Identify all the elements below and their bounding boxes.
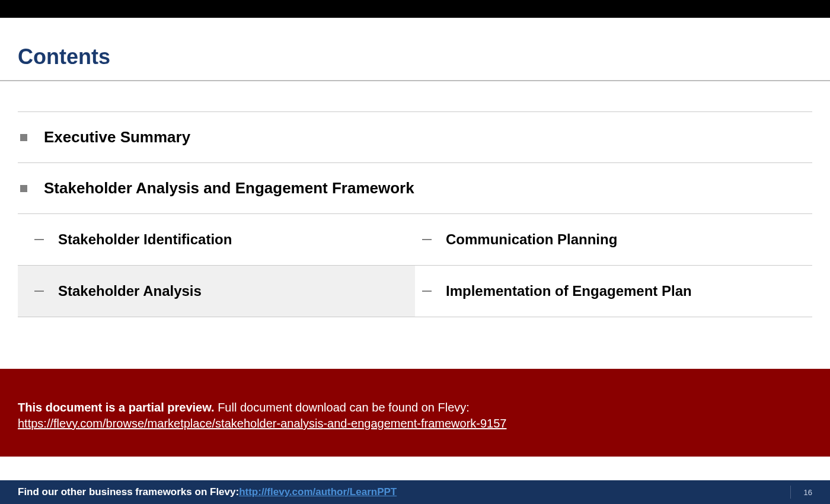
toc-sublabel: Stakeholder Analysis [58,283,202,299]
page-number: 16 [790,486,812,499]
toc-label: Executive Summary [44,128,190,146]
dash-bullet-icon [34,291,44,292]
preview-rest: Full document download can be found on F… [215,401,470,414]
toc-label: Stakeholder Analysis and Engagement Fram… [44,179,414,197]
toc-subrow-2: Stakeholder Analysis Implementation of E… [18,266,812,317]
footer-prefix: Find our other business frameworks on Fl… [18,486,239,498]
slide-page: Contents Executive Summary Stakeholder A… [0,18,830,457]
toc-subitem-identification: Stakeholder Identification [18,214,415,265]
preview-link[interactable]: https://flevy.com/browse/marketplace/sta… [18,416,506,432]
toc-subrow-1: Stakeholder Identification Communication… [18,214,812,266]
toc-item-framework: Stakeholder Analysis and Engagement Fram… [18,163,812,214]
preview-bold: This document is a partial preview. [18,401,215,414]
dash-bullet-icon [422,291,432,292]
toc-item-executive-summary: Executive Summary [18,112,812,163]
footer-link[interactable]: http://flevy.com/author/LearnPPT [239,486,397,498]
preview-text-line: This document is a partial preview. Full… [18,400,812,416]
page-title: Contents [0,18,830,81]
footer-bar: Find our other business frameworks on Fl… [0,480,830,504]
toc-subitem-communication: Communication Planning [415,214,812,265]
toc-sublabel: Stakeholder Identification [58,231,232,248]
dash-bullet-icon [422,239,432,240]
top-black-bar [0,0,830,18]
toc-sublabel: Implementation of Engagement Plan [446,283,692,299]
toc-sublabel: Communication Planning [446,231,617,248]
dash-bullet-icon [34,239,44,240]
toc-subitem-analysis: Stakeholder Analysis [18,266,415,317]
spacer-row [18,81,812,112]
footer-gap [0,457,830,480]
toc-subitem-implementation: Implementation of Engagement Plan [415,266,812,317]
preview-banner: This document is a partial preview. Full… [0,369,830,457]
square-bullet-icon [20,185,27,192]
square-bullet-icon [20,134,27,141]
contents-list: Executive Summary Stakeholder Analysis a… [0,81,830,317]
